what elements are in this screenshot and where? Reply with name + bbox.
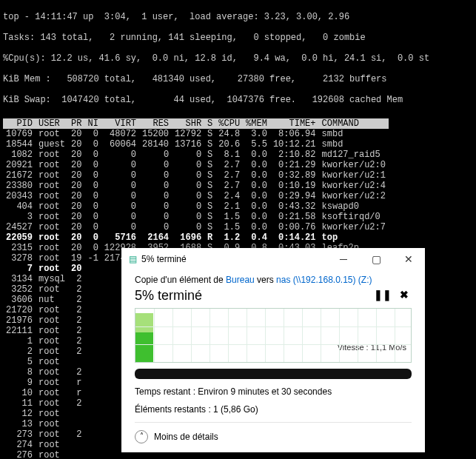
less-details-link[interactable]: Moins de détails	[154, 432, 218, 442]
top-summary-5: KiB Swap: 1047420 total, 44 used, 104737…	[3, 95, 473, 105]
col-ni: NI	[84, 118, 101, 129]
col-command: COMMAND	[319, 118, 389, 129]
col-user: USER	[36, 118, 68, 129]
table-row: 23380root200000S2.70.00:10.19kworker/u2:…	[3, 181, 389, 191]
col-%mem: %MEM	[243, 118, 270, 129]
minimize-button[interactable]: ─	[327, 248, 360, 270]
table-row: 1082root200000S8.10.02:10.82md127_raid5	[3, 150, 389, 160]
top-summary-2: Tasks: 143 total, 2 running, 141 sleepin…	[3, 33, 473, 43]
col-virt: VIRT	[101, 118, 139, 129]
titlebar[interactable]: ▤ 5% terminé ─ ▢ ✕	[121, 248, 425, 270]
table-row: 404root200000S2.10.00:43.32kswapd0	[3, 201, 389, 212]
col-shr: SHR	[172, 118, 204, 129]
pause-button[interactable]: ❚❚	[374, 289, 389, 301]
close-button[interactable]: ✕	[392, 248, 425, 270]
redacted-path	[135, 369, 412, 379]
source-link[interactable]: Bureau	[226, 275, 255, 285]
top-summary-4: KiB Mem : 508720 total, 481340 used, 273…	[3, 74, 473, 84]
copy-progress-icon: ▤	[129, 254, 137, 264]
col-res: RES	[139, 118, 172, 129]
items-remaining: Éléments restants : 1 (5,86 Go)	[135, 404, 412, 415]
speed-current-bar	[135, 332, 153, 362]
copy-source-dest: Copie d'un élément de Bureau vers nas (\…	[135, 275, 412, 285]
table-row: 10769root200480721520012792S24.83.08:06.…	[3, 129, 389, 139]
time-remaining: Temps restant : Environ 9 minutes et 30 …	[135, 386, 412, 397]
table-row: 24527root200000S1.50.00:00.76kworker/u2:…	[3, 222, 389, 232]
table-row: 21672root200000S2.70.00:32.89kworker/u2:…	[3, 170, 389, 181]
copy-prefix: Copie d'un élément de	[135, 275, 226, 285]
copy-dialog: ▤ 5% terminé ─ ▢ ✕ Copie d'un élément de…	[121, 248, 425, 452]
col-pr: PR	[68, 118, 84, 129]
chevron-up-icon[interactable]: ˄	[135, 430, 148, 443]
table-row: 3root200000S1.50.00:21.58ksoftirqd/0	[3, 212, 389, 222]
table-row: 20343root200000S2.40.00:29.94kworker/u2:…	[3, 191, 389, 201]
speed-chart: Vitesse : 11,1 Mo/s	[135, 308, 412, 363]
top-summary-3: %Cpu(s): 12.2 us, 41.6 sy, 0.0 ni, 12.8 …	[3, 53, 473, 64]
col-pid: PID	[3, 118, 36, 129]
table-row: 22059root200571621641696R1.20.40:14.21to…	[3, 232, 389, 243]
copy-mid: vers	[255, 275, 276, 285]
col-time+: TIME+	[270, 118, 319, 129]
window-title: 5% terminé	[141, 254, 327, 264]
table-row: 18544guest200600642814013716S20.65.510:1…	[3, 139, 389, 150]
col-s: S	[204, 118, 215, 129]
maximize-button[interactable]: ▢	[360, 248, 392, 270]
top-summary-1: top - 14:11:47 up 3:04, 1 user, load ave…	[3, 12, 473, 22]
dest-link[interactable]: nas (\\192.168.0.15) (Z:)	[276, 275, 372, 285]
col-%cpu: %CPU	[215, 118, 243, 129]
cancel-button[interactable]: ✖	[397, 289, 412, 301]
table-row: 20921root200000S2.70.00:21.29kworker/u2:…	[3, 160, 389, 170]
